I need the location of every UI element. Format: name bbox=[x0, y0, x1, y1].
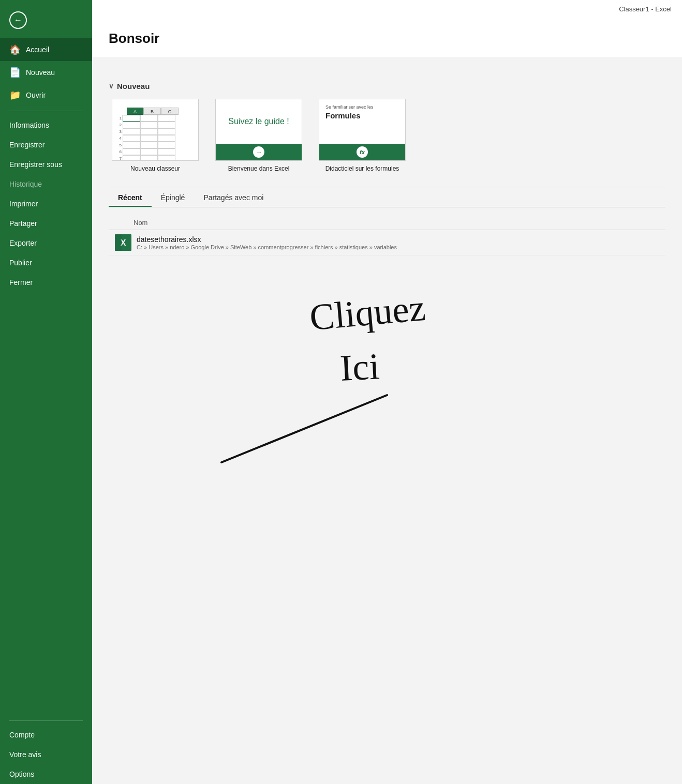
tabs-bar: Récent Épinglé Partagés avec moi bbox=[109, 188, 665, 207]
sidebar-item-ouvrir[interactable]: 📁 Ouvrir bbox=[0, 84, 92, 107]
folder-icon: 📁 bbox=[9, 89, 21, 101]
nouveau-label: Nouveau bbox=[117, 82, 150, 91]
blank-row-1: 1 bbox=[116, 115, 175, 122]
templates-row: A B C 1 bbox=[109, 99, 665, 172]
excel-file-icon: X bbox=[115, 234, 131, 251]
sidebar-bottom: Compte Votre avis Options bbox=[0, 716, 92, 784]
template-label-formules: Didacticiel sur les formules bbox=[325, 165, 399, 172]
app-title: Classeur1 - Excel bbox=[619, 5, 672, 13]
annotation-ici: Ici bbox=[339, 345, 380, 389]
sidebar-item-label: Accueil bbox=[26, 46, 49, 54]
col-b: B bbox=[143, 108, 161, 115]
sidebar-item-partager[interactable]: Partager bbox=[0, 214, 92, 233]
formulas-footer: fx bbox=[319, 144, 405, 160]
sidebar-item-label: Ouvrir bbox=[26, 91, 46, 99]
chevron-down-icon: ∨ bbox=[109, 82, 114, 90]
sidebar-item-exporter[interactable]: Exporter bbox=[0, 233, 92, 253]
home-icon: 🏠 bbox=[9, 44, 21, 55]
blank-row-5: 5 bbox=[116, 142, 175, 148]
back-button[interactable]: ← bbox=[9, 11, 27, 29]
nouveau-section-header: ∨ Nouveau bbox=[109, 82, 665, 91]
file-name: datesethoraires.xlsx bbox=[137, 235, 659, 244]
files-table: Nom X datesethoraires.xlsx bbox=[109, 216, 665, 255]
sidebar-item-publier[interactable]: Publier bbox=[0, 253, 92, 273]
file-icon-wrapper: X bbox=[115, 234, 131, 251]
formulas-big-label: Formules bbox=[325, 111, 399, 121]
sidebar-item-enregistrer-sous[interactable]: Enregistrer sous bbox=[0, 155, 92, 174]
blank-row-7: 7 bbox=[116, 155, 175, 161]
files-table-header: Nom bbox=[109, 216, 665, 230]
main-body: Bonsoir ∨ Nouveau A B bbox=[92, 16, 682, 784]
tab-partages[interactable]: Partagés avec moi bbox=[194, 188, 273, 207]
sidebar-item-votre-avis[interactable]: Votre avis bbox=[0, 745, 92, 764]
sidebar-item-historique[interactable]: Historique bbox=[0, 174, 92, 194]
formulas-small-label: Se familiariser avec les bbox=[325, 104, 399, 111]
sidebar-item-enregistrer[interactable]: Enregistrer bbox=[0, 135, 92, 155]
file-path: C: » Users » ndero » Google Drive » Site… bbox=[137, 244, 659, 250]
guide-text: Suivez le guide ! bbox=[228, 99, 289, 144]
formulas-top: Se familiariser avec les Formules bbox=[319, 99, 405, 144]
template-card-nouveau-classeur[interactable]: A B C 1 bbox=[109, 99, 202, 172]
annotation-cliquez: Cliquez bbox=[308, 287, 427, 338]
template-label-nouveau-classeur: Nouveau classeur bbox=[130, 165, 180, 172]
greeting-text: Bonsoir bbox=[109, 31, 665, 47]
greeting-section: Bonsoir bbox=[92, 16, 682, 57]
fx-icon: fx bbox=[357, 146, 368, 158]
arrow-circle-icon: → bbox=[253, 146, 264, 158]
sidebar-item-label: Nouveau bbox=[26, 68, 55, 77]
back-icon: ← bbox=[14, 16, 22, 25]
col-name-header: Nom bbox=[134, 219, 659, 227]
sidebar-item-compte[interactable]: Compte bbox=[0, 725, 92, 745]
template-label-bienvenue: Bienvenue dans Excel bbox=[228, 165, 290, 172]
tab-recent[interactable]: Récent bbox=[109, 188, 152, 207]
main-content: Classeur1 - Excel Bonsoir ∨ Nouveau bbox=[92, 0, 682, 784]
annotation-area: Cliquez Ici bbox=[109, 261, 665, 468]
sidebar: ← 🏠 Accueil 📄 Nouveau 📁 Ouvrir Informati… bbox=[0, 0, 92, 784]
col-c: C bbox=[161, 108, 179, 115]
table-row[interactable]: X datesethoraires.xlsx C: » Users » nder… bbox=[109, 230, 665, 255]
template-thumb-blank: A B C 1 bbox=[112, 99, 199, 161]
tab-epingle[interactable]: Épinglé bbox=[152, 188, 195, 207]
annotation-arrow-line bbox=[221, 395, 387, 462]
sidebar-item-fermer[interactable]: Fermer bbox=[0, 273, 92, 292]
new-doc-icon: 📄 bbox=[9, 67, 21, 78]
blank-rows: 1 2 bbox=[116, 115, 175, 161]
blank-grid-header: A B C bbox=[122, 108, 179, 115]
blank-row-4: 4 bbox=[116, 135, 175, 142]
blank-row-3: 3 bbox=[116, 128, 175, 135]
template-thumb-guide: Suivez le guide ! → bbox=[215, 99, 302, 161]
sidebar-item-imprimer[interactable]: Imprimer bbox=[0, 194, 92, 214]
template-thumb-formulas: Se familiariser avec les Formules fx bbox=[319, 99, 406, 161]
sidebar-item-accueil[interactable]: 🏠 Accueil bbox=[0, 38, 92, 61]
guide-footer: → bbox=[216, 144, 302, 160]
sidebar-item-nouveau[interactable]: 📄 Nouveau bbox=[0, 61, 92, 84]
blank-grid: A B C 1 bbox=[112, 99, 198, 160]
template-card-formules[interactable]: Se familiariser avec les Formules fx Did… bbox=[316, 99, 409, 172]
blank-row-2: 2 bbox=[116, 122, 175, 128]
svg-rect-2 bbox=[115, 234, 122, 251]
blank-row-6: 6 bbox=[116, 148, 175, 155]
template-card-bienvenue[interactable]: Suivez le guide ! → Bienvenue dans Excel bbox=[212, 99, 305, 172]
sidebar-divider-2 bbox=[9, 720, 83, 721]
sidebar-item-informations[interactable]: Informations bbox=[0, 115, 92, 135]
col-icon-header bbox=[115, 219, 134, 227]
excel-svg-icon: X bbox=[115, 234, 131, 251]
sidebar-divider-1 bbox=[9, 111, 83, 111]
col-a: A bbox=[127, 108, 143, 115]
sidebar-back-area: ← bbox=[0, 0, 92, 38]
sidebar-item-options[interactable]: Options bbox=[0, 764, 92, 784]
handwritten-annotation-svg: Cliquez Ici bbox=[109, 261, 665, 468]
window-title-bar: Classeur1 - Excel bbox=[92, 0, 682, 16]
file-info: datesethoraires.xlsx C: » Users » ndero … bbox=[137, 235, 659, 250]
